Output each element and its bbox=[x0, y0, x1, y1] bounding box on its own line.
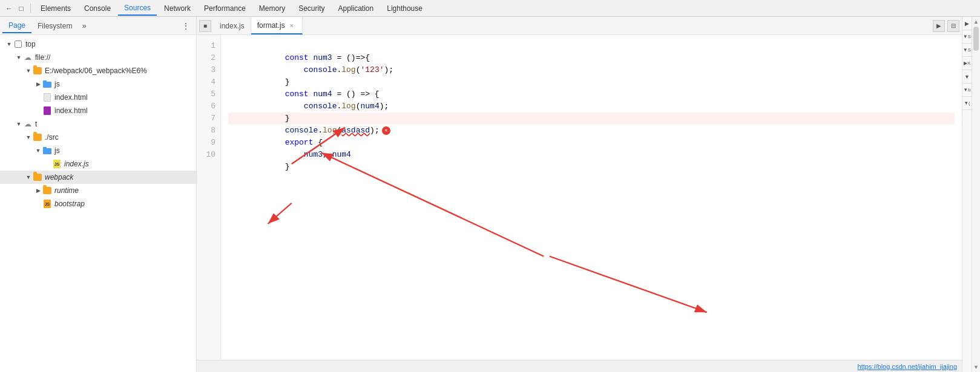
tree-item-index-html-2[interactable]: index.html bbox=[0, 104, 196, 117]
inspect-icon[interactable]: □ bbox=[16, 3, 27, 14]
code-area[interactable]: 1 2 3 4 5 6 7 8 9 10 const num3 = ()=>{ bbox=[197, 35, 962, 360]
tab-label-index-js: index.js bbox=[220, 22, 245, 30]
rp-btn-3[interactable]: ▼S bbox=[962, 44, 972, 57]
tree-item-src-folder[interactable]: ./src bbox=[0, 131, 196, 144]
arrow-webpack-2 bbox=[24, 173, 33, 181]
label-webpack-folder-2: webpack bbox=[45, 173, 73, 181]
tree-item-webpack-folder[interactable]: E:/webpack/06_webpack%E6% bbox=[0, 64, 196, 77]
file-purple-icon bbox=[42, 106, 52, 116]
cloud-icon-1: ☁ bbox=[23, 53, 33, 62]
tab-label-format-js: format.js bbox=[257, 21, 285, 30]
folder-yellow-icon-1 bbox=[33, 66, 42, 76]
svg-rect-3 bbox=[43, 147, 47, 149]
arrow-file-root bbox=[15, 53, 23, 62]
scroll-thumb[interactable] bbox=[973, 27, 979, 51]
folder-blue-icon-2 bbox=[42, 146, 52, 155]
code-line-7: console.log(asdasd);✕ bbox=[228, 113, 955, 125]
nav-lighthouse[interactable]: Lighthouse bbox=[381, 2, 429, 15]
tree-item-bootstrap[interactable]: JS bootstrap bbox=[0, 197, 196, 210]
arrow-top bbox=[5, 40, 13, 48]
rp-btn-6[interactable]: ▼b bbox=[962, 83, 972, 97]
label-js-folder-2: js bbox=[54, 146, 60, 155]
nav-memory[interactable]: Memory bbox=[253, 2, 291, 15]
tree-item-top[interactable]: top bbox=[0, 38, 196, 51]
rp-btn-4[interactable]: ▶X bbox=[962, 57, 972, 70]
nav-security[interactable]: Security bbox=[292, 2, 331, 15]
arrow-t-root bbox=[15, 120, 23, 128]
label-t-root: t bbox=[35, 120, 37, 128]
main-content: Page Filesystem » ⋮ top ☁ file:// bbox=[0, 17, 980, 372]
editor-tab-actions: ▶ ⊟ bbox=[933, 20, 959, 32]
code-line-4: const num4 = () => { bbox=[228, 76, 955, 88]
scrollbar[interactable]: ▲ ▼ bbox=[972, 17, 980, 372]
editor-collapse-btn[interactable]: ⊟ bbox=[947, 20, 959, 32]
right-panels: ▶ ▼S ▼S ▶X ▼ ▼b ▼( bbox=[962, 17, 972, 372]
tab-close-btn[interactable]: × bbox=[288, 21, 296, 30]
file-html-icon-1 bbox=[42, 93, 52, 102]
arrow-src bbox=[24, 133, 33, 142]
nav-application[interactable]: Application bbox=[332, 2, 380, 15]
nav-console[interactable]: Console bbox=[78, 2, 117, 15]
nav-sources[interactable]: Sources bbox=[118, 1, 157, 16]
status-bar: https://blog.csdn.net/jiahim_jiajing bbox=[197, 360, 962, 372]
tree-item-webpack-folder-2[interactable]: webpack bbox=[0, 171, 196, 184]
file-js-icon: JS bbox=[52, 159, 62, 169]
label-index-html-1: index.html bbox=[54, 93, 88, 102]
tab-format-js[interactable]: format.js × bbox=[251, 17, 303, 34]
rp-btn-1[interactable]: ▶ bbox=[962, 17, 972, 30]
label-file-root: file:// bbox=[35, 53, 50, 62]
tree-item-t-root[interactable]: ☁ t bbox=[0, 117, 196, 131]
status-url[interactable]: https://blog.csdn.net/jiahim_jiajing bbox=[858, 363, 957, 370]
label-runtime-folder: runtime bbox=[54, 186, 79, 195]
rp-btn-7[interactable]: ▼( bbox=[962, 97, 972, 110]
scroll-track bbox=[972, 27, 980, 362]
left-panel: Page Filesystem » ⋮ top ☁ file:// bbox=[0, 17, 197, 372]
panel-tabs: Page Filesystem » ⋮ bbox=[0, 17, 196, 35]
back-icon[interactable]: ← bbox=[4, 3, 15, 14]
error-icon: ✕ bbox=[382, 126, 390, 135]
scroll-down-btn[interactable]: ▼ bbox=[972, 362, 980, 372]
editor-tabs: ■ index.js format.js × ▶ ⊟ bbox=[197, 17, 962, 35]
file-tree: top ☁ file:// E:/webpack/06_webpack%E6% bbox=[0, 35, 196, 372]
right-panel: ■ index.js format.js × ▶ ⊟ 1 2 3 4 bbox=[197, 17, 962, 372]
cloud-icon-2: ☁ bbox=[23, 119, 33, 129]
nav-performance[interactable]: Performance bbox=[198, 2, 252, 15]
label-top: top bbox=[25, 40, 36, 48]
code-line-1: const num3 = ()=>{ bbox=[228, 40, 955, 52]
tree-item-file-root[interactable]: ☁ file:// bbox=[0, 51, 196, 64]
code-line-9: num3, num4 bbox=[228, 137, 955, 149]
tree-item-js-folder[interactable]: js bbox=[0, 77, 196, 91]
checkbox-icon bbox=[13, 39, 23, 49]
tree-item-js-folder-2[interactable]: js bbox=[0, 144, 196, 157]
svg-rect-1 bbox=[43, 80, 47, 83]
label-bootstrap: bootstrap bbox=[54, 200, 85, 208]
line-numbers: 1 2 3 4 5 6 7 8 9 10 bbox=[197, 35, 221, 360]
tab-index-js[interactable]: index.js bbox=[214, 17, 251, 34]
nav-network[interactable]: Network bbox=[158, 2, 197, 15]
top-nav: ← □ Elements Console Sources Network Per… bbox=[0, 0, 980, 17]
tree-item-index-html-1[interactable]: index.html bbox=[0, 91, 196, 104]
arrow-js-2 bbox=[34, 146, 42, 155]
folder-blue-icon-1 bbox=[42, 79, 52, 89]
panel-options-btn[interactable]: ⋮ bbox=[178, 20, 194, 32]
tree-item-index-js[interactable]: JS index.js bbox=[0, 157, 196, 171]
rp-btn-2[interactable]: ▼S bbox=[962, 30, 972, 44]
rp-btn-5[interactable]: ▼ bbox=[962, 70, 972, 83]
tree-item-runtime-folder[interactable]: runtime bbox=[0, 184, 196, 197]
arrow-runtime bbox=[34, 186, 42, 195]
label-index-html-2: index.html bbox=[54, 106, 88, 115]
label-index-js: index.js bbox=[64, 160, 89, 168]
scroll-up-btn[interactable]: ▲ bbox=[972, 17, 980, 27]
label-src-folder: ./src bbox=[45, 133, 59, 142]
more-tabs-btn[interactable]: » bbox=[78, 20, 90, 31]
label-js-folder: js bbox=[54, 80, 60, 88]
tab-page[interactable]: Page bbox=[2, 19, 31, 33]
file-bootstrap-icon: JS bbox=[42, 199, 52, 209]
nav-elements[interactable]: Elements bbox=[35, 2, 77, 15]
code-lines: const num3 = ()=>{ console.log('123'); }… bbox=[221, 35, 962, 360]
arrow-webpack bbox=[24, 67, 33, 75]
label-webpack-folder: E:/webpack/06_webpack%E6% bbox=[45, 67, 147, 75]
editor-play-btn[interactable]: ▶ bbox=[933, 20, 945, 32]
tab-filesystem[interactable]: Filesystem bbox=[31, 19, 78, 33]
tab-nav-btn[interactable]: ■ bbox=[199, 20, 211, 32]
